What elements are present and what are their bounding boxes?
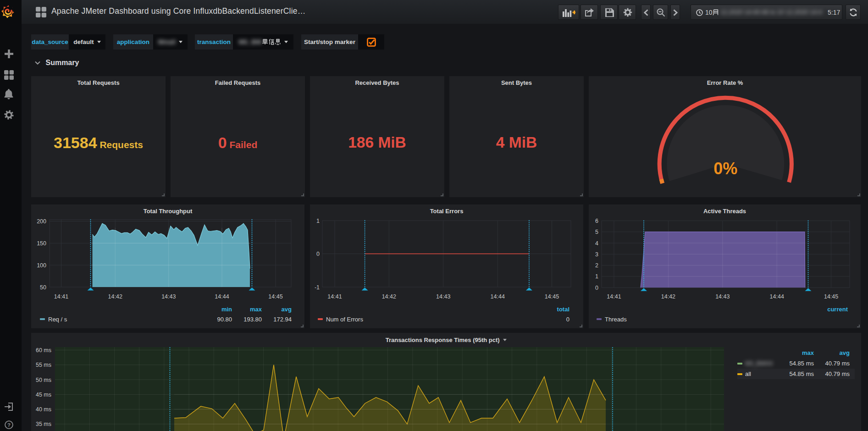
svg-text:14:43: 14:43 [161,293,176,300]
svg-text:1: 1 [316,218,320,224]
svg-text:14:44: 14:44 [491,293,505,300]
svg-text:0: 0 [595,285,598,291]
svg-text:1: 1 [595,273,598,280]
svg-text:14:45: 14:45 [824,293,838,300]
svg-text:45 ms: 45 ms [36,392,51,398]
svg-text:14:43: 14:43 [436,293,450,300]
svg-text:150: 150 [37,240,46,247]
svg-text:-1: -1 [315,284,320,291]
svg-text:200: 200 [37,218,46,225]
svg-text:14:44: 14:44 [215,293,229,300]
svg-text:0: 0 [316,251,320,257]
svg-text:55 ms: 55 ms [36,362,51,368]
svg-text:5: 5 [595,229,598,235]
svg-text:2: 2 [595,262,598,269]
svg-text:40 ms: 40 ms [36,406,51,413]
svg-text:60 ms: 60 ms [36,347,51,354]
svg-text:14:45: 14:45 [268,293,282,300]
svg-text:14:45: 14:45 [545,293,559,300]
svg-text:100: 100 [37,262,46,269]
svg-text:14:42: 14:42 [108,293,122,300]
svg-text:14:42: 14:42 [382,293,396,300]
svg-text:6: 6 [595,218,598,224]
svg-text:14:41: 14:41 [607,293,621,300]
svg-text:14:41: 14:41 [54,293,68,300]
svg-text:14:44: 14:44 [770,293,784,300]
svg-text:14:43: 14:43 [715,293,730,300]
svg-text:?: ? [7,422,11,428]
svg-text:0%: 0% [713,159,737,178]
svg-text:50 ms: 50 ms [36,377,51,383]
svg-text:14:41: 14:41 [327,293,342,300]
svg-text:35 ms: 35 ms [36,421,51,427]
svg-text:4: 4 [595,240,598,247]
svg-text:3: 3 [595,251,598,258]
svg-text:50: 50 [40,284,46,291]
svg-text:14:42: 14:42 [661,293,675,300]
